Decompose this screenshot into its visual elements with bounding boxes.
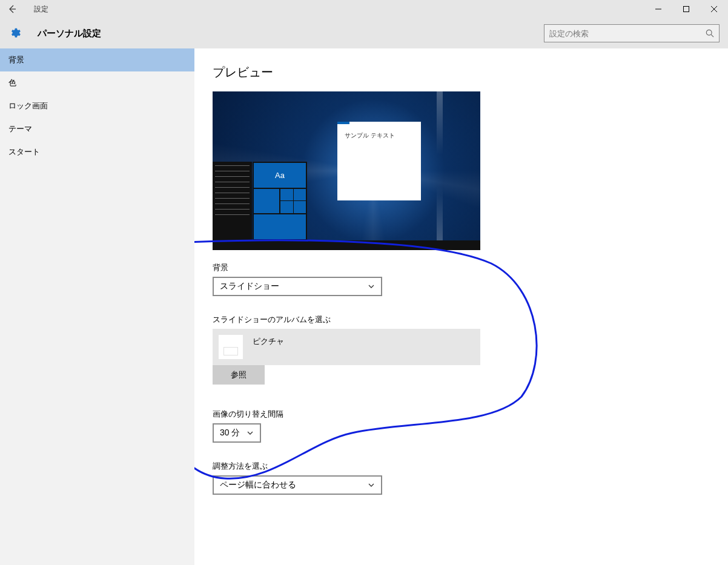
sidebar-item-label: スタート	[8, 147, 40, 156]
background-value: スライドショー	[220, 281, 279, 292]
preview-heading: プレビュー	[213, 64, 710, 81]
maximize-button[interactable]	[672, 0, 700, 18]
sidebar-item-themes[interactable]: テーマ	[0, 117, 194, 140]
album-name: ピクチャ	[253, 336, 284, 347]
arrow-left-icon	[7, 4, 17, 14]
fit-select[interactable]: ページ幅に合わせる	[213, 475, 382, 495]
minimize-button[interactable]	[644, 0, 672, 18]
browse-button[interactable]: 参照	[213, 365, 265, 385]
search-icon	[706, 29, 714, 38]
content: プレビュー Aa サンプル テキスト	[194, 48, 728, 565]
minimize-icon	[655, 6, 661, 12]
close-button[interactable]	[700, 0, 728, 18]
chevron-down-icon	[247, 429, 254, 437]
folder-thumbnail	[219, 335, 243, 359]
interval-label: 画像の切り替え間隔	[213, 409, 710, 420]
interval-value: 30 分	[220, 428, 240, 438]
chevron-down-icon	[368, 481, 375, 489]
preview-image: Aa サンプル テキスト	[213, 91, 480, 250]
sidebar-item-colors[interactable]: 色	[0, 71, 194, 94]
sample-text: サンプル テキスト	[337, 124, 421, 147]
close-icon	[711, 6, 717, 12]
maximize-icon	[683, 6, 689, 12]
sidebar-item-lockscreen[interactable]: ロック画面	[0, 94, 194, 117]
search-box[interactable]	[544, 24, 720, 42]
back-button[interactable]	[0, 0, 24, 18]
sidebar-item-label: ロック画面	[8, 101, 48, 110]
background-label: 背景	[213, 262, 710, 273]
interval-select[interactable]: 30 分	[213, 423, 261, 443]
gear-icon	[8, 26, 23, 41]
svg-point-5	[706, 30, 712, 35]
search-input[interactable]	[549, 29, 706, 38]
page-title: パーソナル設定	[38, 28, 101, 39]
sidebar: 背景 色 ロック画面 テーマ スタート	[0, 48, 194, 565]
header: パーソナル設定	[0, 18, 728, 48]
svg-line-6	[711, 35, 713, 37]
window-title: 設定	[34, 4, 48, 15]
sidebar-item-background[interactable]: 背景	[0, 48, 194, 71]
chevron-down-icon	[368, 283, 375, 290]
sidebar-item-label: 色	[8, 78, 16, 87]
svg-rect-2	[684, 7, 689, 12]
sidebar-item-label: テーマ	[8, 124, 32, 133]
sidebar-item-start[interactable]: スタート	[0, 140, 194, 164]
titlebar: 設定	[0, 0, 728, 18]
background-select[interactable]: スライドショー	[213, 277, 382, 296]
tile-text: Aa	[275, 171, 285, 180]
fit-label: 調整方法を選ぶ	[213, 461, 710, 472]
album-item[interactable]: ピクチャ	[213, 329, 480, 365]
fit-value: ページ幅に合わせる	[220, 480, 296, 491]
sidebar-item-label: 背景	[8, 55, 24, 64]
album-label: スライドショーのアルバムを選ぶ	[213, 314, 710, 325]
